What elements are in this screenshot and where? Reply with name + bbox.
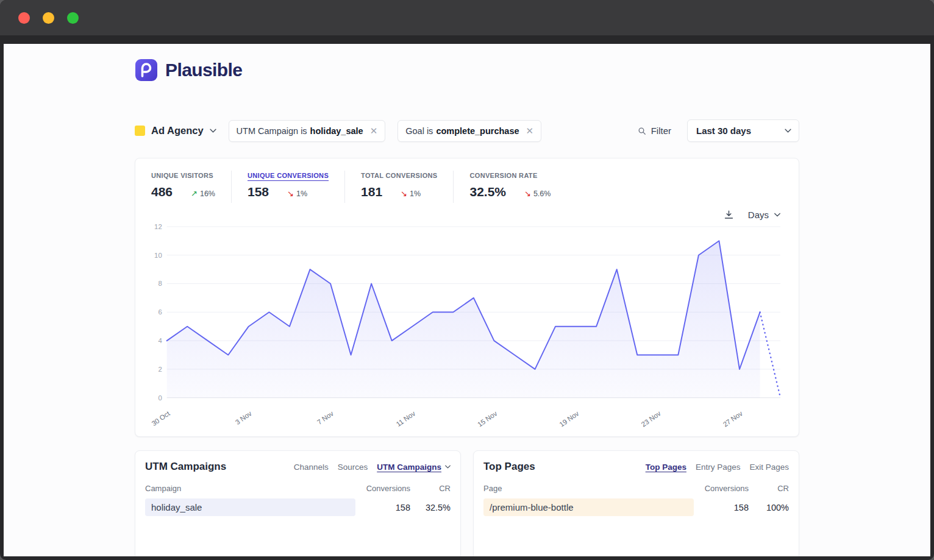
pill-prefix: UTM Campaign is xyxy=(237,126,307,136)
metric-change: 16% xyxy=(200,190,215,198)
svg-text:12: 12 xyxy=(154,223,162,230)
filter-label: Filter xyxy=(651,126,671,136)
trend-up-icon: ↗ xyxy=(191,189,198,198)
close-icon[interactable]: ✕ xyxy=(370,126,378,135)
brand-wordmark: Plausible xyxy=(165,60,242,80)
card-title: UTM Campaigns xyxy=(145,461,226,473)
metric-change: 5.6% xyxy=(533,190,551,198)
close-icon[interactable]: ✕ xyxy=(526,126,534,135)
metric-change: 1% xyxy=(410,190,421,198)
utm-card-tabs: Channels Sources UTM Campaigns xyxy=(294,463,451,472)
table-row[interactable]: holiday_sale 158 32.5% xyxy=(145,498,451,516)
brand: Plausible xyxy=(135,58,799,82)
site-favicon xyxy=(135,126,145,136)
svg-text:7 Nov: 7 Nov xyxy=(316,409,335,426)
search-icon xyxy=(637,126,647,136)
metric-unique-visitors[interactable]: UNIQUE VISITORS 486 ↗ 16% xyxy=(149,171,231,203)
svg-text:6: 6 xyxy=(158,308,162,316)
site-selector[interactable]: Ad Agency xyxy=(135,125,216,136)
pill-value: holiday_sale xyxy=(310,126,363,136)
card-title: Top Pages xyxy=(483,461,535,473)
svg-text:27 Nov: 27 Nov xyxy=(722,409,744,428)
analytics-card: UNIQUE VISITORS 486 ↗ 16% UNIQUE CONVERS… xyxy=(135,158,799,437)
row-cr: 100% xyxy=(749,503,789,512)
metric-value: 486 xyxy=(151,185,173,199)
svg-text:3 Nov: 3 Nov xyxy=(234,409,253,426)
chevron-down-icon xyxy=(774,213,780,217)
breakdown-cards: UTM Campaigns Channels Sources UTM Campa… xyxy=(135,450,799,556)
page: Plausible Ad Agency UTM Campaign is holi… xyxy=(4,44,930,556)
table-row[interactable]: /premium-blue-bottle 158 100% xyxy=(483,498,789,516)
row-cr: 32.5% xyxy=(410,503,451,512)
campaign-name[interactable]: holiday_sale xyxy=(145,498,355,516)
tab-channels[interactable]: Channels xyxy=(294,463,329,472)
svg-text:19 Nov: 19 Nov xyxy=(558,409,580,428)
svg-text:11 Nov: 11 Nov xyxy=(395,409,417,428)
metric-label: CONVERSION RATE xyxy=(469,172,551,179)
tab-sources[interactable]: Sources xyxy=(338,463,368,472)
minimize-window-button[interactable] xyxy=(43,12,54,24)
svg-text:23 Nov: 23 Nov xyxy=(640,409,663,428)
row-conversions: 158 xyxy=(712,503,749,512)
chart-controls: Days xyxy=(154,209,780,221)
visitors-chart: 02468101230 Oct3 Nov7 Nov11 Nov15 Nov19 … xyxy=(149,222,785,434)
metric-change: 1% xyxy=(296,190,307,198)
top-pages-card: Top Pages Top Pages Entry Pages Exit Pag… xyxy=(473,450,799,556)
date-range-label: Last 30 days xyxy=(696,126,751,136)
utm-campaigns-card: UTM Campaigns Channels Sources UTM Campa… xyxy=(135,450,461,556)
pill-prefix: Goal is xyxy=(405,126,433,136)
table-header: Campaign Conversions CR xyxy=(145,484,451,498)
filters-toolbar: Ad Agency UTM Campaign is holiday_sale ✕… xyxy=(135,119,799,142)
metric-label: UNIQUE CONVERSIONS xyxy=(248,172,329,179)
metric-total-conversions[interactable]: TOTAL CONVERSIONS 181 ↘ 1% xyxy=(344,171,453,203)
tab-utm-campaigns[interactable]: UTM Campaigns xyxy=(377,463,451,472)
row-conversions: 158 xyxy=(374,503,410,512)
browser-window: Plausible Ad Agency UTM Campaign is holi… xyxy=(0,0,934,560)
plausible-logo-icon xyxy=(135,58,158,82)
svg-text:4: 4 xyxy=(158,337,162,344)
window-titlebar xyxy=(0,0,934,35)
site-name: Ad Agency xyxy=(151,125,204,136)
svg-text:8: 8 xyxy=(158,280,162,287)
svg-text:30 Oct: 30 Oct xyxy=(150,409,171,428)
metric-conversion-rate[interactable]: CONVERSION RATE 32.5% ↘ 5.6% xyxy=(453,171,566,203)
metrics-row: UNIQUE VISITORS 486 ↗ 16% UNIQUE CONVERS… xyxy=(149,171,785,203)
metric-unique-conversions[interactable]: UNIQUE CONVERSIONS 158 ↘ 1% xyxy=(231,171,344,203)
metric-value: 32.5% xyxy=(469,185,506,199)
chevron-down-icon xyxy=(785,129,791,133)
svg-text:10: 10 xyxy=(154,252,162,259)
chevron-down-icon xyxy=(445,465,451,469)
tab-exit-pages[interactable]: Exit Pages xyxy=(749,463,789,472)
page-path[interactable]: /premium-blue-bottle xyxy=(483,498,694,516)
svg-text:15 Nov: 15 Nov xyxy=(476,409,499,428)
filter-pill-utm-campaign[interactable]: UTM Campaign is holiday_sale ✕ xyxy=(229,120,386,142)
metric-label: TOTAL CONVERSIONS xyxy=(361,172,437,179)
date-range-selector[interactable]: Last 30 days xyxy=(687,119,799,142)
metric-value: 181 xyxy=(361,185,382,199)
interval-label: Days xyxy=(748,210,769,220)
filter-button[interactable]: Filter xyxy=(637,126,671,136)
close-window-button[interactable] xyxy=(18,12,30,24)
metric-label: UNIQUE VISITORS xyxy=(151,172,215,179)
table-header: Page Conversions CR xyxy=(483,484,789,498)
pages-card-tabs: Top Pages Entry Pages Exit Pages xyxy=(646,463,789,472)
tab-top-pages[interactable]: Top Pages xyxy=(646,463,686,472)
trend-down-icon: ↘ xyxy=(287,189,294,198)
trend-down-icon: ↘ xyxy=(401,189,407,198)
svg-text:0: 0 xyxy=(158,394,162,402)
pill-value: complete_purchase xyxy=(436,126,519,136)
filter-pill-goal[interactable]: Goal is complete_purchase ✕ xyxy=(397,120,541,142)
chevron-down-icon xyxy=(210,129,216,133)
interval-selector[interactable]: Days xyxy=(748,210,780,220)
metric-value: 158 xyxy=(248,185,269,199)
zoom-window-button[interactable] xyxy=(67,12,79,24)
trend-down-icon: ↘ xyxy=(524,189,531,198)
download-icon[interactable] xyxy=(723,209,735,221)
tab-entry-pages[interactable]: Entry Pages xyxy=(696,463,741,472)
svg-text:2: 2 xyxy=(158,366,162,373)
